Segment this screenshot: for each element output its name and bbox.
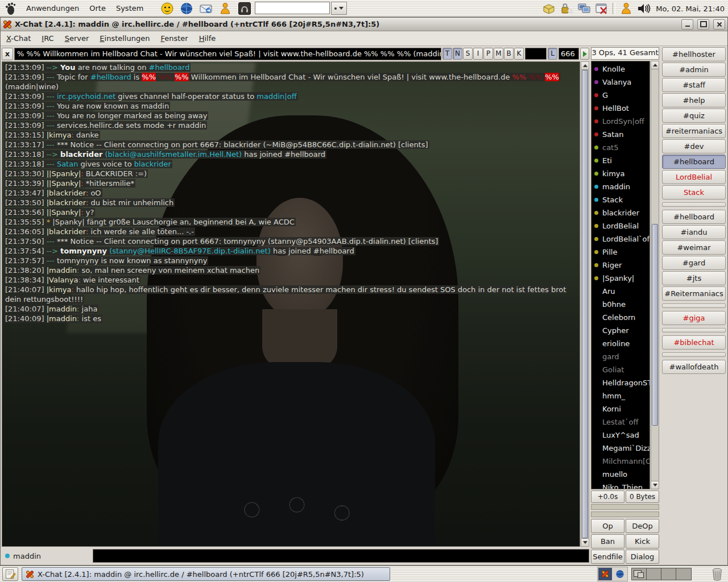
menu-server[interactable]: Server	[65, 34, 89, 43]
mode-button-l[interactable]: L	[548, 48, 557, 60]
close-tab-button[interactable]: x	[2, 48, 13, 60]
xchat-tray-button[interactable]	[598, 568, 612, 580]
volume-icon[interactable]	[637, 2, 651, 15]
user-list-item[interactable]: LordBelial`of	[592, 232, 650, 246]
user-list-item[interactable]: Pille	[592, 246, 650, 259]
scroll-up-icon[interactable]	[651, 61, 659, 69]
channel-tab[interactable]: #iandu	[662, 225, 726, 239]
channel-tab[interactable]: #admin	[662, 63, 726, 77]
scroll-down-icon[interactable]	[651, 481, 659, 489]
email-launcher-icon[interactable]	[199, 2, 213, 15]
mode-button-t[interactable]: T	[442, 48, 452, 60]
throughput-meter[interactable]: 0 Bytes	[626, 490, 659, 503]
scroll-up-icon[interactable]	[581, 62, 589, 70]
chat-scrollbar-thumb[interactable]	[582, 70, 588, 538]
mode-button-k[interactable]: K	[514, 48, 524, 60]
trash-icon[interactable]	[711, 567, 723, 581]
smiley-launcher-icon[interactable]	[160, 2, 174, 15]
user-list-item[interactable]: b0hne	[592, 298, 650, 311]
channel-tab[interactable]: #giga	[662, 311, 726, 325]
menu-system[interactable]: System	[115, 3, 144, 14]
panel-clock[interactable]: Mo, 02. Mai, 21:40	[655, 5, 726, 13]
scroll-down-icon[interactable]	[581, 538, 589, 546]
displays-icon[interactable]	[577, 2, 591, 15]
menu-window[interactable]: Fenster	[160, 34, 188, 43]
user-list-item[interactable]: Stack	[592, 193, 650, 206]
action-button-ban[interactable]: Ban	[591, 534, 624, 548]
workspace-4[interactable]	[676, 568, 691, 580]
channel-tab[interactable]: #hellboard	[662, 210, 726, 224]
user-list-item[interactable]: muello	[592, 468, 650, 481]
channel-tab[interactable]: #jts	[662, 271, 726, 285]
nick-button[interactable]: maddin	[2, 552, 90, 560]
menu-xchat[interactable]: X-Chat	[6, 34, 31, 43]
gnome-foot-icon[interactable]	[3, 2, 17, 15]
user-list-item[interactable]: Celeborn	[592, 311, 650, 324]
keyring-icon[interactable]	[560, 2, 573, 15]
user-list-item[interactable]: hmm_	[592, 389, 650, 402]
action-button-kick[interactable]: Kick	[626, 534, 659, 548]
close-button[interactable]	[713, 19, 725, 30]
user-list-item[interactable]: Niko_Thien	[592, 481, 650, 489]
user-list-item[interactable]: Korni	[592, 402, 650, 415]
channel-tab[interactable]: #staff	[662, 78, 726, 92]
mode-button-b[interactable]: B	[504, 48, 514, 60]
user-list-item[interactable]: Eti	[592, 154, 650, 167]
user-list-item[interactable]: blackrider	[592, 206, 650, 219]
window-close-icon[interactable]	[595, 2, 609, 15]
menu-places[interactable]: Orte	[88, 3, 107, 14]
menu-irc[interactable]: IRC	[42, 34, 53, 43]
taskbar-window-button[interactable]: X-Chat [2.4.1]: maddin @ irc.hellirc.de …	[22, 567, 390, 581]
app-launcher-icon[interactable]	[238, 2, 251, 15]
user-list-item[interactable]: Knolle	[592, 63, 650, 76]
user-list-item[interactable]: cat5	[592, 141, 650, 154]
channel-tab[interactable]: #help	[662, 93, 726, 107]
channel-limit-entry[interactable]: 666	[559, 48, 579, 60]
user-list-item[interactable]: Cypher	[592, 324, 650, 337]
minimize-button[interactable]	[681, 19, 693, 30]
mode-button-m[interactable]: M	[494, 48, 503, 60]
menu-applications[interactable]: Anwendungen	[25, 3, 80, 14]
browser-launcher-icon[interactable]	[180, 2, 193, 15]
user-list-item[interactable]: Satan	[592, 128, 650, 141]
user-switcher-icon[interactable]	[619, 2, 633, 15]
lag-meter[interactable]: +0.0s	[591, 490, 624, 503]
workspace-switcher[interactable]	[631, 568, 692, 580]
channel-tab[interactable]: #biblechat	[662, 335, 726, 350]
user-list-item[interactable]: LuxY^sad	[592, 429, 650, 442]
channel-tab[interactable]: #Reitermaniacs	[662, 286, 726, 301]
user-list-item[interactable]: HelldragonST	[592, 376, 650, 389]
workspace-1[interactable]	[632, 568, 647, 580]
mode-button-n[interactable]: N	[453, 48, 462, 60]
mode-button-i[interactable]: I	[473, 48, 483, 60]
workspace-3[interactable]	[661, 568, 676, 580]
package-icon[interactable]	[542, 2, 556, 15]
chat-message-area[interactable]: [21:33:09] --> You are now talking on #h…	[2, 61, 580, 547]
channel-tab[interactable]: LordBelial	[662, 170, 726, 184]
messenger-launcher-icon[interactable]	[218, 2, 232, 15]
user-list-item[interactable]: gard	[592, 350, 650, 363]
user-list-item[interactable]: Aru	[592, 285, 650, 298]
user-list-item[interactable]: kimya	[592, 167, 650, 180]
workspace-2[interactable]	[647, 568, 661, 580]
user-list-item[interactable]: Lestat`off	[592, 415, 650, 429]
mode-button-p[interactable]: P	[483, 48, 493, 60]
user-list-item[interactable]: |Spanky|	[592, 272, 650, 285]
user-list-item[interactable]: HellBot	[592, 102, 650, 115]
user-list-item[interactable]: LordSyn|off	[592, 115, 650, 128]
user-list-item[interactable]: erioline	[592, 337, 650, 350]
user-list-item[interactable]: Megami`Dizz	[592, 442, 650, 455]
channel-tab[interactable]: #reitermaniacs	[662, 124, 726, 138]
menu-help[interactable]: Hilfe	[199, 34, 216, 43]
user-list-item[interactable]: Valanya	[592, 76, 650, 89]
userlist-scrollbar[interactable]	[651, 61, 659, 489]
deskbar-dropdown-button[interactable]	[331, 2, 347, 15]
channel-tab[interactable]: #hellboard	[662, 155, 726, 169]
userlist-scrollbar-thumb[interactable]	[652, 224, 658, 426]
action-button-deop[interactable]: DeOp	[626, 519, 659, 533]
channel-tab[interactable]: #hellhoster	[662, 47, 726, 61]
topic-expand-button[interactable]	[580, 48, 589, 60]
channel-tab[interactable]: #dev	[662, 139, 726, 153]
channel-key-entry[interactable]	[525, 48, 547, 60]
menu-settings[interactable]: Einstellungen	[100, 34, 150, 43]
